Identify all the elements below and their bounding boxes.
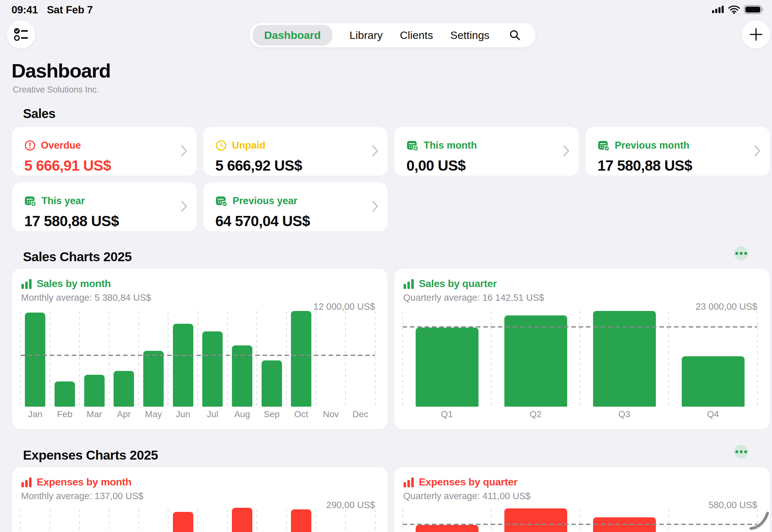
status-time: 09:41 [11,4,38,16]
chart-max-label: 12 000,00 US$ [314,301,375,312]
chart-average-label: Quarterly average: 16 142,51 US$ [403,292,544,303]
chart-head: Expenses by quarter [403,476,517,488]
clock-icon [215,140,227,151]
bar-jun [173,512,193,532]
gridline [402,311,403,407]
gridline [197,311,198,407]
gridline [668,311,669,407]
category-label: Jun [168,409,198,419]
gridline [668,509,669,532]
bar-jul [202,331,223,407]
chart-card-sales-by-quarter: Sales by quarterQuarterly average: 16 14… [394,269,770,429]
bar-mar [84,375,105,407]
bar-chart-icon [21,278,32,289]
category-labels: Q1Q2Q3Q4 [403,409,757,419]
expenses-charts-more-button[interactable] [734,445,748,459]
gridline [168,509,168,532]
nav-tab-settings[interactable]: Settings [450,29,489,41]
chart-title: Expenses by quarter [419,476,517,488]
gridline [79,311,80,407]
stat-card-previous-year[interactable]: Previous year64 570,04 US$ [203,182,388,231]
bar-chart-icon [403,278,414,289]
gridline [109,509,109,532]
stat-card-label: This year [41,195,85,207]
gridline [316,509,316,532]
category-label: Jan [20,409,50,419]
gridline [256,311,257,407]
category-label: May [139,409,168,419]
category-label: Q3 [580,409,669,419]
bar-feb [55,381,75,407]
gridline [345,311,346,407]
stat-card-this-month[interactable]: This month0,00 US$ [394,127,579,176]
stat-card-label: Previous month [615,140,689,151]
gridline [20,311,21,407]
stat-card-previous-month[interactable]: Previous month17 580,88 US$ [585,127,770,176]
gridline [375,311,375,407]
bar-q1 [416,525,479,532]
chart-max-label: 23 000,00 US$ [696,301,757,312]
calendar-check-icon [598,140,610,151]
corner-arc-decoration [746,509,772,532]
gridline [50,311,50,407]
gridline [345,509,346,532]
chart-average-label: Monthly average: 5 380,84 US$ [21,292,151,303]
category-label: Oct [286,409,316,419]
search-icon[interactable] [508,29,521,41]
bar-q1 [416,328,479,407]
stat-card-head: This month [406,140,477,151]
gridline [402,509,403,532]
chart-max-label: 290,00 US$ [326,500,375,510]
calendar-plus-icon [24,195,36,207]
nav-tab-library[interactable]: Library [350,29,383,41]
stat-card-label: This month [424,140,477,151]
category-label: Sep [257,409,286,419]
stat-card-label: Unpaid [232,140,265,151]
expenses-charts-heading: Expenses Charts 2025 [23,448,158,463]
gridline [286,311,287,407]
bar-chart-icon [21,477,32,488]
category-label: Feb [50,409,80,419]
bar-oct [291,311,311,407]
stat-card-value: 64 570,04 US$ [215,212,310,230]
stat-card-value: 0,00 US$ [406,157,465,174]
stat-card-overdue[interactable]: Overdue5 666,91 US$ [12,127,197,176]
bar-oct [291,509,311,532]
stat-card-head: Unpaid [215,140,265,151]
stat-card-head: Previous month [598,140,689,151]
stat-card-this-year[interactable]: This year17 580,88 US$ [12,182,197,231]
wifi-icon [728,5,740,14]
chart-plot [20,311,375,407]
chart-card-sales-by-month: Sales by monthMonthly average: 5 380,84 … [12,269,388,429]
bar-apr [114,371,134,407]
stat-card-head: Overdue [24,140,81,151]
page-subtitle: Creative Solutions Inc. [13,85,99,95]
bar-jun [173,324,193,407]
chart-plot [403,311,757,407]
gridline [491,311,492,407]
gridline [757,509,758,532]
category-label: Q1 [403,409,491,419]
chart-title: Expenses by month [37,476,131,488]
calendar-check-icon [215,195,227,207]
chart-plot [403,509,757,532]
sales-section-heading: Sales [23,107,56,121]
gridline [197,509,198,532]
gridline [256,509,257,532]
add-button[interactable] [742,20,770,48]
nav-tab-dashboard[interactable]: Dashboard [253,25,332,46]
chart-card-expenses-by-month: Expenses by monthMonthly average: 137,00… [12,467,388,532]
stat-card-label: Overdue [41,140,81,151]
stat-card-unpaid[interactable]: Unpaid5 666,92 US$ [203,127,388,176]
category-label: Q2 [491,409,580,419]
stat-card-head: This year [24,195,85,207]
category-label: Aug [227,409,257,419]
gridline [375,509,375,532]
checklist-button[interactable] [7,20,35,48]
gridline [138,311,139,407]
sales-charts-more-button[interactable] [734,246,748,260]
gridline [491,509,492,532]
battery-icon [744,5,764,14]
nav-tab-clients[interactable]: Clients [400,29,433,41]
chart-head: Sales by quarter [403,278,497,290]
